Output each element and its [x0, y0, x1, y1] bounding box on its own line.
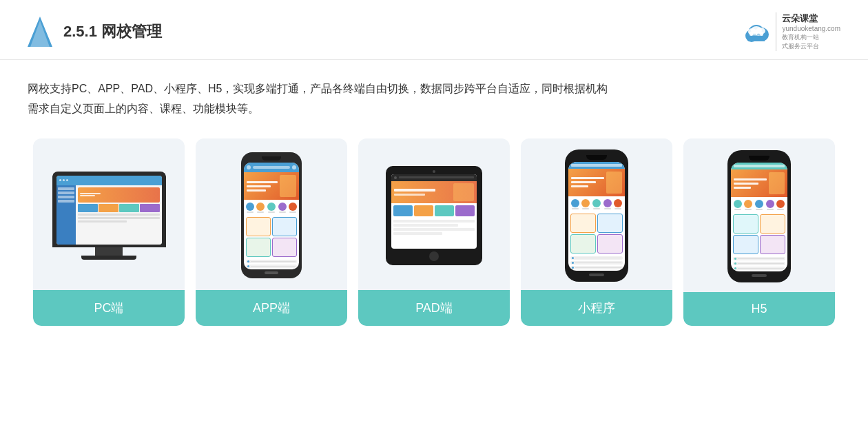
main-content: 网校支持PC、APP、PAD、小程序、H5，实现多端打通，产品各终端自由切换，数…: [0, 60, 868, 434]
page-title: 2.5.1 网校管理: [63, 21, 162, 42]
card-app-label: APP端: [196, 290, 347, 326]
header-right: 云朵 云朵课堂 yunduoketang.com 教育机构一站 式服务云平台: [741, 12, 840, 51]
description-text: 网校支持PC、APP、PAD、小程序、H5，实现多端打通，产品各终端自由切换，数…: [28, 79, 840, 119]
brand-logo: 云朵 云朵课堂 yunduoketang.com 教育机构一站 式服务云平台: [741, 12, 840, 51]
card-pc: PC端: [33, 138, 185, 326]
pad-device-mockup: [386, 166, 482, 265]
card-pc-label: PC端: [33, 290, 185, 326]
app-device-mockup: [241, 152, 302, 278]
card-miniapp-label: 小程序: [521, 290, 672, 326]
header-left: 2.5.1 网校管理: [28, 17, 162, 47]
yunduoke-cloud-icon: 云朵: [741, 19, 772, 44]
card-pad: PAD端: [358, 138, 510, 326]
page: 2.5.1 网校管理 云朵: [0, 0, 868, 434]
card-pad-label: PAD端: [358, 290, 510, 326]
platform-cards-row: PC端: [28, 138, 840, 326]
header: 2.5.1 网校管理 云朵: [0, 0, 868, 60]
h5-device-mockup: [727, 150, 791, 282]
card-h5-image: [683, 138, 835, 292]
svg-text:云朵: 云朵: [752, 33, 761, 38]
card-pc-image: [33, 138, 185, 290]
logo-triangle-icon: [28, 17, 52, 47]
card-miniapp-image: [521, 138, 672, 290]
card-miniapp: 小程序: [521, 138, 672, 326]
card-app-image: [196, 138, 347, 290]
miniapp-device-mockup: [565, 149, 628, 282]
card-h5: H5: [683, 138, 835, 326]
brand-text: 云朵课堂 yunduoketang.com 教育机构一站 式服务云平台: [776, 12, 840, 51]
card-app: APP端: [196, 138, 347, 326]
card-pad-image: [358, 138, 510, 290]
card-h5-label: H5: [683, 292, 835, 326]
pc-device-mockup: [50, 172, 167, 260]
